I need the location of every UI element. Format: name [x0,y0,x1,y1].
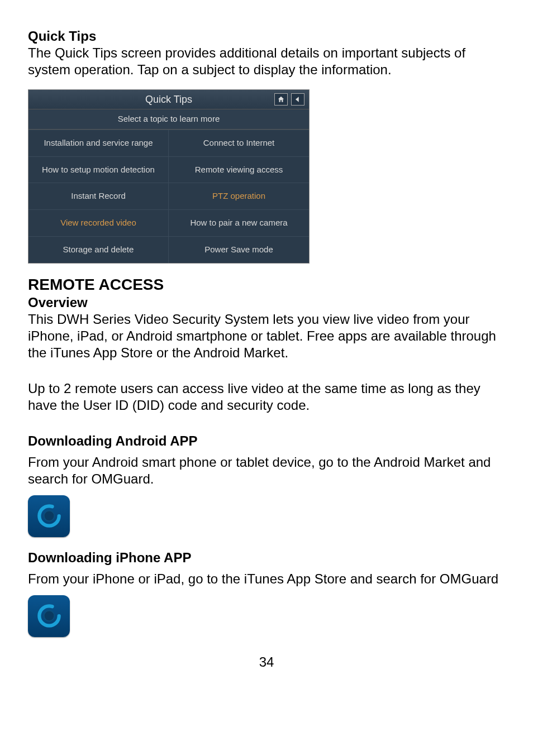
android-body: From your Android smart phone or tablet … [28,454,505,487]
device-titlebar-icons [274,93,304,106]
topic-instant-record[interactable]: Instant Record [28,183,169,209]
omguard-app-icon [28,495,70,537]
overview-heading: Overview [28,294,505,311]
svg-point-3 [44,611,54,621]
page-number: 34 [28,654,505,671]
topic-power-save-mode[interactable]: Power Save mode [169,236,309,263]
device-topic-grid: Installation and service range Connect t… [28,130,309,263]
quick-tips-heading: Quick Tips [28,28,505,45]
back-icon[interactable] [291,93,304,106]
topic-storage-and-delete[interactable]: Storage and delete [28,236,169,263]
overview-paragraph-1: This DWH Series Video Security System le… [28,311,505,361]
device-title: Quick Tips [145,93,192,106]
overview-paragraph-2: Up to 2 remote users can access live vid… [28,380,505,414]
topic-remote-viewing-access[interactable]: Remote viewing access [169,156,309,183]
device-subtitle: Select a topic to learn more [28,109,309,130]
device-titlebar: Quick Tips [28,90,309,109]
iphone-heading: Downloading iPhone APP [28,549,505,566]
topic-view-recorded-video[interactable]: View recorded video [28,209,169,236]
home-icon[interactable] [274,93,288,106]
svg-point-1 [44,511,54,521]
quick-tips-description: The Quick Tips screen provides additiona… [28,45,505,78]
quick-tips-device-screenshot: Quick Tips Select a topic to learn more … [28,89,310,264]
android-heading: Downloading Android APP [28,433,505,449]
remote-access-title: REMOTE ACCESS [28,275,505,294]
topic-installation-service-range[interactable]: Installation and service range [28,130,169,156]
iphone-body: From your iPhone or iPad, go to the iTun… [28,571,505,587]
topic-connect-to-internet[interactable]: Connect to Internet [169,130,309,156]
topic-pair-new-camera[interactable]: How to pair a new camera [169,209,309,236]
omguard-app-icon [28,595,70,637]
topic-motion-detection[interactable]: How to setup motion detection [28,156,169,183]
topic-ptz-operation[interactable]: PTZ operation [169,183,309,209]
